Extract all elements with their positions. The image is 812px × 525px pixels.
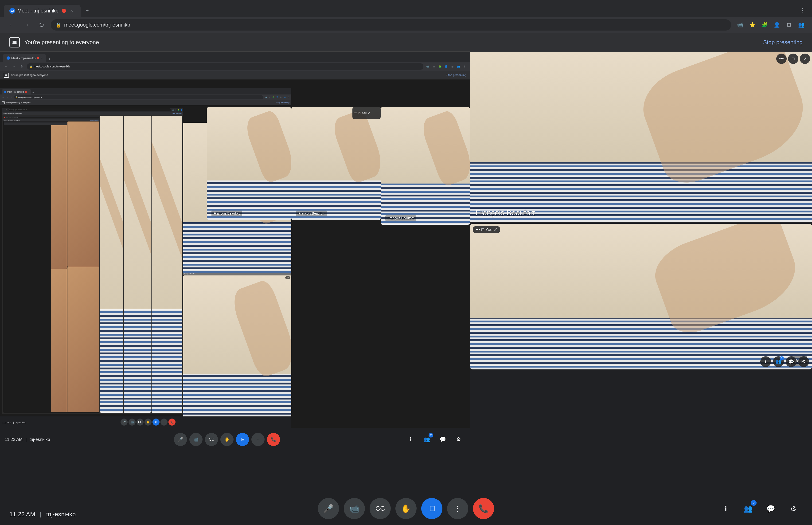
forward-button[interactable]: → (21, 19, 32, 31)
level2-hand-btn: ✋ (144, 419, 152, 425)
present-button[interactable]: 🖥 (421, 498, 442, 519)
inner-present-icon (4, 73, 9, 78)
inner-user-icon: 👥 (456, 64, 461, 69)
info-button[interactable]: ℹ (716, 499, 735, 518)
inner-screen-btn: 🖥 (236, 433, 249, 446)
back-button[interactable]: ← (6, 19, 17, 31)
level4-vid2 (67, 267, 99, 412)
level5-vids (4, 125, 67, 412)
screen-share-area: Meet - tnj-esni-ikb × + ← → ↻ 🔒 meet.goo… (0, 52, 470, 451)
extensions-icon[interactable]: 🧩 (760, 20, 770, 30)
inner-content: Meet - tnj-esni-ikb × + ← → ↻ 🔒 meet.goo… (0, 79, 470, 451)
inner-address-bar: 🔒 meet.google.com/tnj-esni-ikb (27, 63, 424, 70)
level2-francois-name: François Beaufort (184, 273, 195, 274)
level2-toolbar: 📹 ☆ 🧩 👤 ⊡ 👥 ⋮ (264, 96, 290, 99)
level2-url: meet.google.com/tnj-esni-ikb (18, 96, 42, 99)
level2-end-btn: 📞 (168, 419, 175, 425)
camera-button[interactable]: 📹 (344, 498, 365, 519)
level2-forward: → (6, 96, 9, 99)
presenting-banner: You're presenting to everyone Stop prese… (0, 33, 812, 52)
inner-tab-close: × (41, 56, 42, 60)
profile-icon[interactable]: 👤 (771, 20, 782, 30)
browser-chrome: Meet - tnj-esni-ikb × + ⋮ ← → ↻ 🔒 meet.g… (0, 0, 812, 33)
tab-close-button[interactable]: × (68, 7, 75, 14)
level2-meeting-id: tnj-esni-ikb (16, 421, 26, 424)
level2-you-overlay: You (285, 276, 290, 279)
you-chat-btn[interactable]: 💬 (786, 356, 796, 367)
inner-active-tab: Meet - tnj-esni-ikb × (3, 54, 46, 62)
level4-content: Presenting... (3, 121, 99, 412)
you-panel-dots: ••• □ You ⤢ (473, 226, 500, 233)
people-button[interactable]: 👥 2 (739, 499, 757, 518)
level5-side (51, 125, 66, 412)
activities-button[interactable]: ⚙ (784, 499, 802, 518)
level3-vid1 (100, 116, 123, 412)
meeting-info: 11:22 AM | tnj-esni-ikb (10, 511, 76, 518)
tab-title: Meet - tnj-esni-ikb (17, 8, 59, 14)
level4-banner-text: You're presenting to everyone (4, 119, 20, 121)
inner-mic-btn: 🎤 (174, 433, 187, 446)
minimize-large[interactable]: □ (788, 54, 798, 64)
level2-time: 11:22 AM (2, 421, 11, 424)
level3-icon4: 👤 (180, 108, 182, 111)
cast-icon[interactable]: 📹 (735, 20, 745, 30)
raise-hand-button[interactable]: ✋ (395, 498, 417, 519)
level2-active-tab: Meet - tnj-esni-ikb × (2, 89, 31, 94)
expand-large[interactable]: ⤢ (800, 54, 810, 64)
tab-bar: Meet - tnj-esni-ikb × + ⋮ (0, 0, 812, 17)
lock-icon: 🔒 (56, 22, 61, 28)
level2-new-tab: + (31, 90, 35, 94)
reload-button[interactable]: ↻ (36, 19, 47, 31)
address-bar[interactable]: 🔒 meet.google.com/tnj-esni-ikb (51, 19, 731, 31)
browser-menu-button[interactable]: ⋮ (797, 5, 808, 16)
chat-button[interactable]: 💬 (761, 499, 780, 518)
stop-presenting-button[interactable]: Stop presenting (763, 39, 802, 46)
inner-right-controls: ℹ 👥 2 💬 ⚙ (404, 433, 465, 446)
level4-addr: meet.google.com/tnj-esni-ikb (6, 117, 99, 118)
level2-icon7: ⋮ (287, 96, 290, 99)
people-badge: 2 (751, 500, 756, 506)
inner-activities-btn: ⚙ (452, 433, 465, 446)
user-icon[interactable]: 👥 (796, 20, 806, 30)
level2-bottom-bar: 11:22 AM | tnj-esni-ikb 🎤 📹 CC ✋ 🖥 ⋮ 📞 (0, 417, 291, 428)
level3-icon1: 📹 (171, 108, 174, 111)
you-panel-bottom-controls: ℹ 👥 2 💬 ⚙ (760, 356, 809, 367)
inner-recording-dot (37, 57, 39, 59)
inner-profile-icon: 👤 (444, 64, 449, 69)
you-activities-btn[interactable]: ⚙ (798, 356, 809, 367)
level3-video-panels: meet.google.com/tnj-esni-ikb You're pres… (2, 115, 183, 414)
level2-francois-label: François Beaufort (183, 273, 291, 275)
inner-controls: 🎤 📹 CC ✋ 🖥 ⋮ 📞 (174, 433, 280, 446)
level2-time-container: 11:22 AM | tnj-esni-ikb (2, 420, 26, 424)
level2-tab-text: Meet - tnj-esni-ikb (7, 91, 24, 93)
level2-icon4: 👤 (275, 96, 279, 99)
captions-button[interactable]: CC (370, 498, 391, 519)
new-tab-button[interactable]: + (81, 5, 93, 16)
level2-dot (25, 91, 27, 93)
francois-large-label: François Beaufort (476, 208, 535, 217)
inner-bookmark-icon: ☆ (431, 64, 436, 69)
inner-screen-icon: □ (359, 111, 361, 115)
level4-bar: meet.google.com/tnj-esni-ikb (3, 116, 99, 119)
inner-francois-vid-small: François Beaufort (207, 107, 291, 220)
inner-you-text: You (362, 111, 367, 115)
level2-back: ← (1, 96, 5, 99)
level4-dot (4, 117, 5, 118)
you-people-btn[interactable]: 👥 2 (773, 356, 784, 367)
separator: | (40, 511, 42, 518)
inner-francois-label-small: François Beaufort (212, 211, 242, 216)
inner-ext-icon: 🧩 (438, 64, 443, 69)
active-tab[interactable]: Meet - tnj-esni-ikb × (4, 5, 81, 17)
level2-icon3: 🧩 (272, 96, 275, 99)
inner-stop-presenting: Stop presenting (446, 74, 466, 77)
more-options-button[interactable]: ⋮ (447, 498, 468, 519)
three-dots-large[interactable]: ••• (776, 54, 787, 64)
you-info-btn[interactable]: ℹ (760, 356, 771, 367)
level2-sep: | (13, 421, 14, 424)
bookmark-icon[interactable]: ⭐ (747, 20, 757, 30)
inner-captions-btn: CC (205, 433, 218, 446)
mic-button[interactable]: 🎤 (318, 498, 339, 519)
level5-main (4, 125, 51, 412)
split-screen-icon[interactable]: ⊡ (784, 20, 794, 30)
end-call-button[interactable]: 📞 (473, 498, 494, 519)
